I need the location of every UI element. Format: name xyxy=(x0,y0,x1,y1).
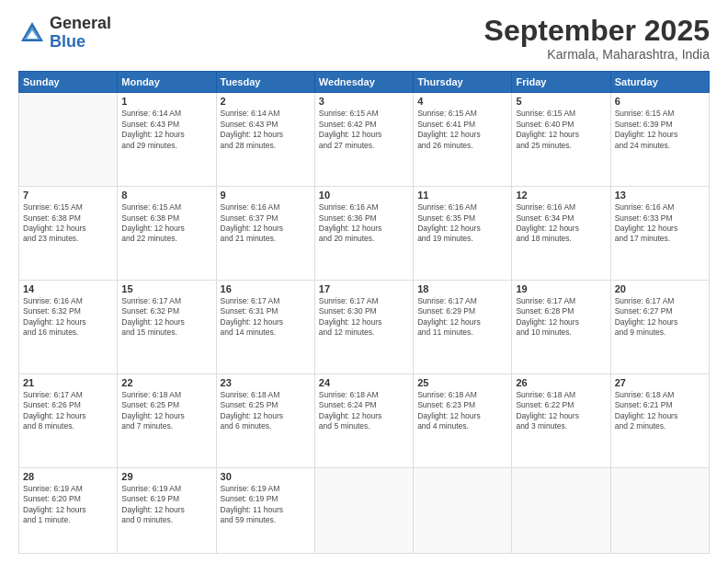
day-number: 5 xyxy=(516,96,606,107)
logo-text: General Blue xyxy=(50,15,111,52)
day-number: 13 xyxy=(615,190,705,201)
title-block: September 2025 Karmala, Maharashtra, Ind… xyxy=(484,15,710,62)
header: General Blue September 2025 Karmala, Mah… xyxy=(18,15,710,62)
col-header-tuesday: Tuesday xyxy=(216,72,314,93)
location: Karmala, Maharashtra, India xyxy=(484,47,710,62)
day-number: 23 xyxy=(221,377,311,388)
calendar-cell: 26Sunrise: 6:18 AM Sunset: 6:22 PM Dayli… xyxy=(512,373,610,467)
day-info: Sunrise: 6:17 AM Sunset: 6:30 PM Dayligh… xyxy=(319,296,409,339)
day-info: Sunrise: 6:16 AM Sunset: 6:33 PM Dayligh… xyxy=(615,202,705,245)
day-info: Sunrise: 6:19 AM Sunset: 6:19 PM Dayligh… xyxy=(121,484,211,526)
week-row-4: 21Sunrise: 6:17 AM Sunset: 6:26 PM Dayli… xyxy=(19,373,710,467)
day-info: Sunrise: 6:16 AM Sunset: 6:35 PM Dayligh… xyxy=(417,202,507,245)
day-number: 16 xyxy=(221,283,311,294)
calendar-cell: 6Sunrise: 6:15 AM Sunset: 6:39 PM Daylig… xyxy=(610,93,709,187)
day-number: 26 xyxy=(516,377,606,388)
day-info: Sunrise: 6:15 AM Sunset: 6:40 PM Dayligh… xyxy=(516,109,606,151)
calendar-cell: 18Sunrise: 6:17 AM Sunset: 6:29 PM Dayli… xyxy=(414,280,512,373)
calendar-cell: 29Sunrise: 6:19 AM Sunset: 6:19 PM Dayli… xyxy=(118,467,216,553)
day-info: Sunrise: 6:14 AM Sunset: 6:43 PM Dayligh… xyxy=(221,109,311,151)
day-info: Sunrise: 6:16 AM Sunset: 6:32 PM Dayligh… xyxy=(23,296,113,339)
day-info: Sunrise: 6:18 AM Sunset: 6:22 PM Dayligh… xyxy=(516,390,606,432)
day-number: 29 xyxy=(121,471,211,482)
calendar-cell: 13Sunrise: 6:16 AM Sunset: 6:33 PM Dayli… xyxy=(610,187,709,281)
day-number: 28 xyxy=(23,471,113,482)
day-info: Sunrise: 6:14 AM Sunset: 6:43 PM Dayligh… xyxy=(121,109,211,151)
day-info: Sunrise: 6:17 AM Sunset: 6:29 PM Dayligh… xyxy=(417,296,507,339)
calendar-cell: 1Sunrise: 6:14 AM Sunset: 6:43 PM Daylig… xyxy=(118,93,216,187)
week-row-5: 28Sunrise: 6:19 AM Sunset: 6:20 PM Dayli… xyxy=(19,467,710,553)
week-row-2: 7Sunrise: 6:15 AM Sunset: 6:38 PM Daylig… xyxy=(19,187,710,281)
calendar-cell: 17Sunrise: 6:17 AM Sunset: 6:30 PM Dayli… xyxy=(314,280,413,373)
calendar-cell xyxy=(414,467,512,553)
page: General Blue September 2025 Karmala, Mah… xyxy=(0,0,728,563)
calendar-cell: 19Sunrise: 6:17 AM Sunset: 6:28 PM Dayli… xyxy=(512,280,610,373)
day-number: 10 xyxy=(319,190,409,201)
calendar-table: SundayMondayTuesdayWednesdayThursdayFrid… xyxy=(18,71,710,554)
day-info: Sunrise: 6:15 AM Sunset: 6:41 PM Dayligh… xyxy=(417,109,507,151)
calendar-cell: 12Sunrise: 6:16 AM Sunset: 6:34 PM Dayli… xyxy=(512,187,610,281)
logo-blue: Blue xyxy=(50,33,111,52)
day-number: 30 xyxy=(221,471,311,482)
calendar-cell: 8Sunrise: 6:15 AM Sunset: 6:38 PM Daylig… xyxy=(118,187,216,281)
day-number: 19 xyxy=(516,283,606,294)
calendar-cell: 16Sunrise: 6:17 AM Sunset: 6:31 PM Dayli… xyxy=(216,280,314,373)
calendar-cell: 20Sunrise: 6:17 AM Sunset: 6:27 PM Dayli… xyxy=(610,280,709,373)
col-header-monday: Monday xyxy=(118,72,216,93)
day-number: 6 xyxy=(615,96,705,107)
day-number: 7 xyxy=(23,190,113,201)
day-info: Sunrise: 6:15 AM Sunset: 6:39 PM Dayligh… xyxy=(615,109,705,151)
calendar-cell: 25Sunrise: 6:18 AM Sunset: 6:23 PM Dayli… xyxy=(414,373,512,467)
day-info: Sunrise: 6:17 AM Sunset: 6:26 PM Dayligh… xyxy=(23,390,113,432)
calendar-cell: 9Sunrise: 6:16 AM Sunset: 6:37 PM Daylig… xyxy=(216,187,314,281)
calendar-cell xyxy=(512,467,610,553)
calendar-cell: 24Sunrise: 6:18 AM Sunset: 6:24 PM Dayli… xyxy=(314,373,413,467)
day-number: 15 xyxy=(121,283,211,294)
calendar-cell xyxy=(610,467,709,553)
day-info: Sunrise: 6:15 AM Sunset: 6:38 PM Dayligh… xyxy=(121,202,211,245)
day-number: 21 xyxy=(23,377,113,388)
day-number: 12 xyxy=(516,190,606,201)
calendar-cell: 4Sunrise: 6:15 AM Sunset: 6:41 PM Daylig… xyxy=(414,93,512,187)
day-info: Sunrise: 6:17 AM Sunset: 6:31 PM Dayligh… xyxy=(221,296,311,339)
day-number: 20 xyxy=(615,283,705,294)
calendar-cell: 15Sunrise: 6:17 AM Sunset: 6:32 PM Dayli… xyxy=(118,280,216,373)
logo: General Blue xyxy=(18,15,111,52)
day-number: 17 xyxy=(319,283,409,294)
day-info: Sunrise: 6:19 AM Sunset: 6:19 PM Dayligh… xyxy=(221,484,311,526)
calendar-cell xyxy=(19,93,118,187)
col-header-friday: Friday xyxy=(512,72,610,93)
day-info: Sunrise: 6:18 AM Sunset: 6:25 PM Dayligh… xyxy=(221,390,311,432)
day-number: 22 xyxy=(121,377,211,388)
day-number: 14 xyxy=(23,283,113,294)
day-info: Sunrise: 6:15 AM Sunset: 6:38 PM Dayligh… xyxy=(23,202,113,245)
week-row-1: 1Sunrise: 6:14 AM Sunset: 6:43 PM Daylig… xyxy=(19,93,710,187)
month-title: September 2025 xyxy=(484,15,710,47)
day-number: 4 xyxy=(417,96,507,107)
calendar-cell: 11Sunrise: 6:16 AM Sunset: 6:35 PM Dayli… xyxy=(414,187,512,281)
day-number: 24 xyxy=(319,377,409,388)
day-info: Sunrise: 6:18 AM Sunset: 6:25 PM Dayligh… xyxy=(121,390,211,432)
calendar-cell: 27Sunrise: 6:18 AM Sunset: 6:21 PM Dayli… xyxy=(610,373,709,467)
day-info: Sunrise: 6:16 AM Sunset: 6:37 PM Dayligh… xyxy=(221,202,311,245)
day-number: 1 xyxy=(121,96,211,107)
day-info: Sunrise: 6:18 AM Sunset: 6:23 PM Dayligh… xyxy=(417,390,507,432)
col-header-wednesday: Wednesday xyxy=(314,72,413,93)
day-info: Sunrise: 6:17 AM Sunset: 6:28 PM Dayligh… xyxy=(516,296,606,339)
col-header-saturday: Saturday xyxy=(610,72,709,93)
calendar-cell: 23Sunrise: 6:18 AM Sunset: 6:25 PM Dayli… xyxy=(216,373,314,467)
day-number: 3 xyxy=(319,96,409,107)
day-info: Sunrise: 6:17 AM Sunset: 6:27 PM Dayligh… xyxy=(615,296,705,339)
logo-general: General xyxy=(50,15,111,33)
calendar-cell: 5Sunrise: 6:15 AM Sunset: 6:40 PM Daylig… xyxy=(512,93,610,187)
week-row-3: 14Sunrise: 6:16 AM Sunset: 6:32 PM Dayli… xyxy=(19,280,710,373)
day-info: Sunrise: 6:16 AM Sunset: 6:34 PM Dayligh… xyxy=(516,202,606,245)
day-info: Sunrise: 6:18 AM Sunset: 6:21 PM Dayligh… xyxy=(615,390,705,432)
col-header-sunday: Sunday xyxy=(19,72,118,93)
col-header-thursday: Thursday xyxy=(414,72,512,93)
calendar-cell xyxy=(314,467,413,553)
logo-icon xyxy=(18,19,46,47)
day-number: 27 xyxy=(615,377,705,388)
day-number: 9 xyxy=(221,190,311,201)
day-number: 18 xyxy=(417,283,507,294)
